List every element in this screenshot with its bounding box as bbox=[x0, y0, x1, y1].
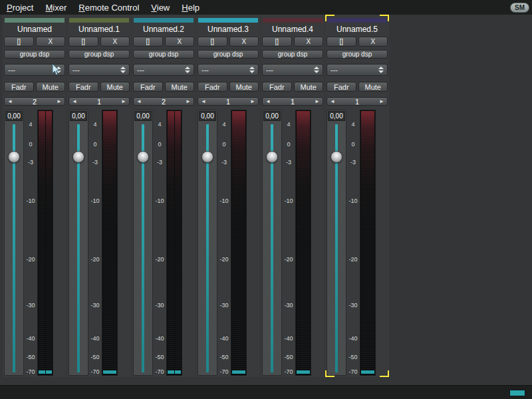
group-dropdown[interactable]: --- bbox=[262, 64, 323, 76]
mute-button[interactable]: Mute bbox=[358, 82, 388, 92]
spinner-value[interactable]: 1 bbox=[207, 98, 249, 105]
narrow-strip-button[interactable]: [] bbox=[4, 37, 34, 47]
scale-tick: -3 bbox=[282, 159, 295, 166]
gain-slider[interactable]: 0,00 bbox=[198, 110, 217, 376]
fader-knob[interactable] bbox=[137, 151, 149, 163]
updown-arrows-icon bbox=[314, 66, 319, 73]
scale-tick: -3 bbox=[88, 159, 102, 166]
group-dropdown[interactable]: --- bbox=[68, 64, 130, 76]
spinner-left-arrow-icon[interactable]: ◄ bbox=[70, 98, 78, 105]
mute-button[interactable]: Mute bbox=[165, 82, 195, 92]
fader-view-button[interactable]: Fadr bbox=[68, 82, 98, 92]
fader-view-button[interactable]: Fadr bbox=[133, 82, 163, 92]
fader-view-button[interactable]: Fadr bbox=[262, 82, 292, 92]
mute-button[interactable]: Mute bbox=[229, 82, 259, 92]
menu-item[interactable]: Help bbox=[182, 3, 200, 13]
spinner-right-arrow-icon[interactable]: ► bbox=[378, 98, 386, 105]
fader-knob[interactable] bbox=[331, 151, 342, 163]
spinner-right-arrow-icon[interactable]: ► bbox=[313, 98, 321, 105]
group-dsp-button[interactable]: group dsp bbox=[68, 50, 130, 59]
mixer-window: ProjectMixerRemote ControlViewHelpSM Unn… bbox=[0, 0, 532, 399]
narrow-strip-button[interactable]: [] bbox=[198, 37, 227, 47]
spinner-left-arrow-icon[interactable]: ◄ bbox=[200, 98, 207, 105]
gain-value[interactable]: 0,00 bbox=[199, 111, 216, 121]
spinner-right-arrow-icon[interactable]: ► bbox=[249, 98, 257, 105]
menu-item[interactable]: Project bbox=[7, 3, 33, 13]
fader-track[interactable] bbox=[328, 122, 345, 374]
fader-track[interactable] bbox=[263, 122, 281, 374]
group-dsp-button[interactable]: group dsp bbox=[198, 50, 259, 59]
narrow-strip-button[interactable]: [] bbox=[262, 37, 292, 47]
menu-item[interactable]: Mixer bbox=[45, 3, 66, 13]
spinner-value[interactable]: 1 bbox=[78, 98, 120, 105]
spinner-left-arrow-icon[interactable]: ◄ bbox=[264, 98, 272, 105]
spinner-right-arrow-icon[interactable]: ► bbox=[120, 98, 128, 105]
spinner-right-arrow-icon[interactable]: ► bbox=[184, 98, 192, 105]
gain-value[interactable]: 0,00 bbox=[5, 111, 23, 121]
gain-value[interactable]: 0,00 bbox=[263, 111, 281, 121]
menu-item[interactable]: View bbox=[151, 3, 170, 13]
menu-item[interactable]: Remote Control bbox=[78, 3, 139, 13]
remove-strip-button[interactable]: X bbox=[36, 37, 66, 47]
group-dropdown[interactable]: --- bbox=[327, 64, 388, 76]
gain-slider[interactable]: 0,00 bbox=[4, 110, 24, 376]
fader-view-button[interactable]: Fadr bbox=[198, 82, 227, 92]
group-dsp-button[interactable]: group dsp bbox=[4, 50, 65, 59]
gain-value[interactable]: 0,00 bbox=[134, 111, 152, 121]
fader-view-button[interactable]: Fadr bbox=[327, 82, 356, 92]
spinner-left-arrow-icon[interactable]: ◄ bbox=[135, 98, 143, 105]
fader-track[interactable] bbox=[134, 122, 152, 374]
mixer-strip[interactable]: Unnamed.4 [] X group dsp --- Fadr Mute ◄… bbox=[261, 15, 325, 377]
fader-knob[interactable] bbox=[72, 151, 84, 163]
spinner-left-arrow-icon[interactable]: ◄ bbox=[6, 98, 14, 105]
fader-track[interactable] bbox=[199, 122, 216, 374]
scale-tick: -20 bbox=[88, 256, 102, 263]
group-dropdown[interactable]: --- bbox=[133, 64, 194, 76]
updown-arrows-icon bbox=[120, 66, 126, 73]
remove-strip-button[interactable]: X bbox=[358, 37, 388, 47]
group-dropdown[interactable]: --- bbox=[4, 64, 65, 76]
narrow-strip-button[interactable]: [] bbox=[133, 37, 163, 47]
mixer-strip[interactable]: Unnamed.5 [] X group dsp --- Fadr Mute ◄… bbox=[325, 15, 389, 377]
mute-button[interactable]: Mute bbox=[294, 82, 324, 92]
spinner-left-arrow-icon[interactable]: ◄ bbox=[329, 98, 336, 105]
fader-track[interactable] bbox=[70, 122, 87, 374]
remove-strip-button[interactable]: X bbox=[229, 37, 259, 47]
group-dsp-button[interactable]: group dsp bbox=[262, 50, 323, 59]
strip-color-bar bbox=[5, 18, 65, 23]
spinner-right-arrow-icon[interactable]: ► bbox=[55, 98, 63, 105]
fader-knob[interactable] bbox=[201, 151, 213, 163]
narrow-strip-button[interactable]: [] bbox=[68, 37, 98, 47]
spinner-value[interactable]: 1 bbox=[272, 98, 313, 105]
fader-knob[interactable] bbox=[8, 151, 20, 163]
gain-slider[interactable]: 0,00 bbox=[262, 110, 282, 376]
mixer-strip[interactable]: Unnamed.1 [] X group dsp --- Fadr Mute ◄… bbox=[67, 15, 131, 377]
gain-value[interactable]: 0,00 bbox=[70, 111, 87, 121]
mute-button[interactable]: Mute bbox=[100, 82, 130, 92]
fader-track[interactable] bbox=[5, 122, 23, 374]
remove-strip-button[interactable]: X bbox=[100, 37, 130, 47]
group-dsp-button[interactable]: group dsp bbox=[133, 50, 194, 59]
mixer-strip[interactable]: Unnamed.3 [] X group dsp --- Fadr Mute ◄… bbox=[196, 15, 260, 377]
dropdown-value: --- bbox=[266, 66, 273, 74]
remove-strip-button[interactable]: X bbox=[165, 37, 195, 47]
remove-strip-button[interactable]: X bbox=[294, 37, 324, 47]
narrow-strip-button[interactable]: [] bbox=[327, 37, 356, 47]
spinner-value[interactable]: 2 bbox=[143, 98, 184, 105]
spinner-value[interactable]: 2 bbox=[14, 98, 55, 105]
scale-tick: -20 bbox=[346, 256, 360, 263]
group-dsp-button[interactable]: group dsp bbox=[327, 50, 388, 59]
fader-knob[interactable] bbox=[266, 151, 278, 163]
gain-slider[interactable]: 0,00 bbox=[68, 110, 88, 376]
gain-value[interactable]: 0,00 bbox=[328, 111, 345, 121]
mute-button[interactable]: Mute bbox=[36, 82, 66, 92]
mixer-strip[interactable]: Unnamed.2 [] X group dsp --- Fadr Mute ◄… bbox=[132, 15, 196, 377]
mixer-strip[interactable]: Unnamed [] X group dsp --- Fadr Mute ◄ 2… bbox=[3, 15, 66, 377]
gain-slider[interactable]: 0,00 bbox=[327, 110, 346, 376]
spinner-value[interactable]: 1 bbox=[336, 98, 378, 105]
fader-view-button[interactable]: Fadr bbox=[4, 82, 34, 92]
group-dropdown[interactable]: --- bbox=[198, 64, 259, 76]
sm-badge[interactable]: SM bbox=[510, 3, 529, 13]
channel-spinner: ◄ 1 ► bbox=[198, 97, 259, 106]
gain-slider[interactable]: 0,00 bbox=[133, 110, 153, 376]
